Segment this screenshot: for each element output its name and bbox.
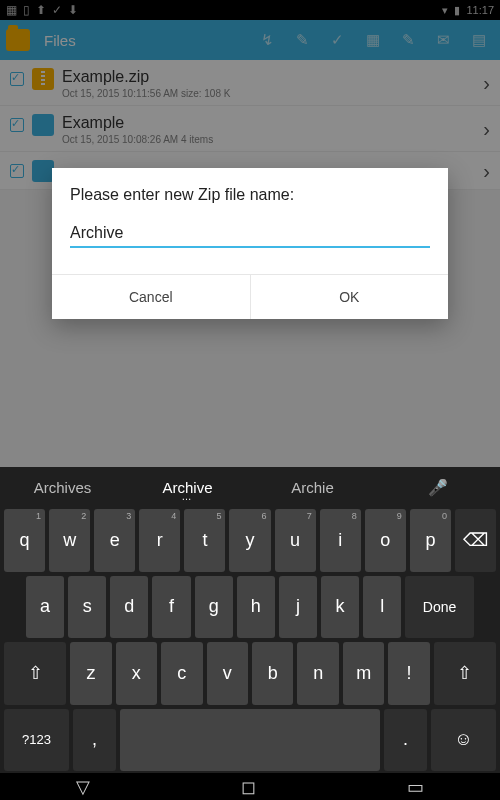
key-v[interactable]: v: [207, 642, 248, 705]
suggestion-left[interactable]: Archives: [0, 479, 125, 496]
key-i[interactable]: i8: [320, 509, 361, 572]
key-z[interactable]: z: [70, 642, 111, 705]
soft-keyboard: Archives Archive Archie 🎤 q1 w2 e3 r4 t5…: [0, 467, 500, 773]
nav-recent-icon[interactable]: ▭: [407, 776, 424, 798]
key-r[interactable]: r4: [139, 509, 180, 572]
system-nav-bar: ▽ ◻ ▭: [0, 773, 500, 800]
key-l[interactable]: l: [363, 576, 401, 639]
shift-key[interactable]: [4, 642, 66, 705]
key-t[interactable]: t5: [184, 509, 225, 572]
mic-icon[interactable]: 🎤: [375, 478, 500, 497]
suggestion-bar: Archives Archive Archie 🎤: [0, 467, 500, 507]
zip-name-dialog: Please enter new Zip file name: Cancel O…: [52, 168, 448, 319]
space-key[interactable]: [120, 709, 380, 772]
key-o[interactable]: o9: [365, 509, 406, 572]
emoji-key[interactable]: ☺: [431, 709, 496, 772]
key-b[interactable]: b: [252, 642, 293, 705]
key-s[interactable]: s: [68, 576, 106, 639]
ok-button[interactable]: OK: [250, 275, 449, 319]
key-e[interactable]: e3: [94, 509, 135, 572]
key-d[interactable]: d: [110, 576, 148, 639]
key-exclaim[interactable]: !: [388, 642, 429, 705]
key-n[interactable]: n: [297, 642, 338, 705]
key-y[interactable]: y6: [229, 509, 270, 572]
key-w[interactable]: w2: [49, 509, 90, 572]
period-key[interactable]: .: [384, 709, 427, 772]
cancel-button[interactable]: Cancel: [52, 275, 250, 319]
nav-home-icon[interactable]: ◻: [241, 776, 256, 798]
shift-key-right[interactable]: [434, 642, 496, 705]
key-p[interactable]: p0: [410, 509, 451, 572]
zip-name-input[interactable]: [70, 222, 430, 248]
key-c[interactable]: c: [161, 642, 202, 705]
key-x[interactable]: x: [116, 642, 157, 705]
backspace-key[interactable]: [455, 509, 496, 572]
key-a[interactable]: a: [26, 576, 64, 639]
done-key[interactable]: Done: [405, 576, 474, 639]
comma-key[interactable]: ,: [73, 709, 116, 772]
key-f[interactable]: f: [152, 576, 190, 639]
dialog-title: Please enter new Zip file name:: [70, 186, 430, 204]
key-u[interactable]: u7: [275, 509, 316, 572]
suggestion-right[interactable]: Archie: [250, 479, 375, 496]
key-j[interactable]: j: [279, 576, 317, 639]
key-k[interactable]: k: [321, 576, 359, 639]
suggestion-center[interactable]: Archive: [125, 479, 250, 496]
symbols-key[interactable]: ?123: [4, 709, 69, 772]
key-g[interactable]: g: [195, 576, 233, 639]
nav-back-icon[interactable]: ▽: [76, 776, 90, 798]
key-h[interactable]: h: [237, 576, 275, 639]
key-q[interactable]: q1: [4, 509, 45, 572]
key-m[interactable]: m: [343, 642, 384, 705]
